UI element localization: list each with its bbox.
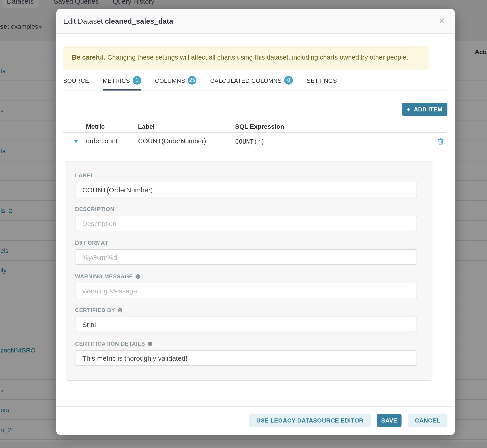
certified-by-input[interactable] [75, 317, 417, 332]
warning-message-input[interactable] [75, 283, 417, 298]
metric-label-cell[interactable]: COUNT(OrderNumber) [138, 137, 206, 145]
add-item-label: ADD ITEM [414, 106, 442, 112]
columns-count-badge: 25 [188, 76, 196, 85]
label-column-header: Label [138, 123, 155, 130]
description-field: DESCRIPTION [75, 206, 423, 231]
warning-message-field: WARNING MESSAGE i [75, 273, 423, 298]
tab-calculated-columns-label: CALCULATED COLUMNS [210, 77, 281, 84]
close-icon[interactable]: × [437, 9, 447, 33]
warning-banner-bold: Be careful. [72, 54, 105, 61]
tab-metrics-label: METRICS [103, 77, 130, 84]
screenshot-viewport: Datasets Saved Queries Query History se:… [0, 0, 487, 448]
modal-title: Edit Dataset cleaned_sales_data [63, 9, 173, 33]
d3-format-field: D3 FORMAT [75, 240, 423, 265]
footer-divider [56, 406, 455, 407]
collapse-row-caret-icon[interactable] [74, 140, 78, 143]
tab-settings-label: SETTINGS [307, 77, 337, 84]
warning-message-field-label: WARNING MESSAGE i [75, 273, 423, 280]
description-field-label-text: DESCRIPTION [75, 206, 114, 212]
description-field-label: DESCRIPTION [75, 206, 423, 212]
certified-by-field-label: CERTIFIED BY i [75, 307, 423, 313]
certification-details-field-label: CERTIFICATION DETAILS i [75, 341, 423, 347]
modal-footer: USE LEGACY DATASOURCE EDITOR SAVE CANCEL [56, 414, 447, 427]
warning-message-field-label-text: WARNING MESSAGE [75, 273, 133, 280]
certification-details-field: CERTIFICATION DETAILS i [75, 341, 423, 366]
warning-banner-text: Changing these settings will affect all … [105, 54, 408, 61]
info-icon: i [136, 274, 140, 279]
info-icon: i [148, 342, 152, 346]
sql-expression-column-header: SQL Expression [235, 123, 284, 130]
cancel-button[interactable]: CANCEL [408, 414, 447, 427]
modal-tab-bar: SOURCE METRICS 1 COLUMNS 25 CALCULATED C… [63, 75, 447, 91]
label-field-label-text: LABEL [75, 172, 94, 179]
modal-header: Edit Dataset cleaned_sales_data × [56, 9, 455, 34]
metric-sql-cell[interactable]: COUNT(*) [235, 138, 265, 145]
warning-banner: Be careful. Changing these settings will… [63, 46, 429, 69]
modal-title-prefix: Edit Dataset [63, 17, 105, 25]
d3-format-field-label-text: D3 FORMAT [75, 240, 108, 246]
certified-by-field-label-text: CERTIFIED BY [75, 307, 115, 313]
metric-detail-panel: LABEL DESCRIPTION D3 FORMAT WARNING MESS… [66, 161, 432, 381]
add-item-button[interactable]: + ADD ITEM [402, 103, 447, 116]
edit-dataset-modal: Edit Dataset cleaned_sales_data × Be car… [56, 9, 455, 435]
metrics-table-divider [63, 132, 446, 133]
d3-format-input[interactable] [75, 249, 417, 265]
certification-details-input[interactable] [75, 350, 417, 366]
metric-name-cell[interactable]: ordercount [86, 137, 118, 145]
label-field-label: LABEL [75, 172, 423, 179]
metrics-count-badge: 1 [133, 76, 141, 85]
d3-format-field-label: D3 FORMAT [75, 240, 423, 246]
tab-calculated-columns[interactable]: CALCULATED COLUMNS 0 [210, 75, 293, 90]
label-input[interactable] [75, 182, 417, 197]
info-icon: i [118, 308, 122, 312]
save-button[interactable]: SAVE [377, 414, 401, 427]
tab-source[interactable]: SOURCE [63, 75, 89, 90]
tab-source-label: SOURCE [63, 77, 89, 84]
plus-icon: + [407, 105, 411, 113]
label-field: LABEL [75, 172, 423, 197]
certified-by-field: CERTIFIED BY i [75, 307, 423, 332]
modal-title-dataset-name: cleaned_sales_data [105, 17, 173, 25]
description-input[interactable] [75, 216, 417, 231]
use-legacy-datasource-editor-button[interactable]: USE LEGACY DATASOURCE EDITOR [249, 414, 371, 427]
tab-settings[interactable]: SETTINGS [307, 75, 337, 90]
calculated-columns-count-badge: 0 [284, 76, 293, 85]
certification-details-field-label-text: CERTIFICATION DETAILS [75, 341, 145, 347]
tab-metrics[interactable]: METRICS 1 [103, 75, 141, 90]
metric-column-header: Metric [86, 123, 104, 130]
delete-metric-trash-icon[interactable] [436, 137, 445, 145]
tab-columns[interactable]: COLUMNS 25 [155, 75, 196, 90]
tab-columns-label: COLUMNS [155, 77, 185, 84]
